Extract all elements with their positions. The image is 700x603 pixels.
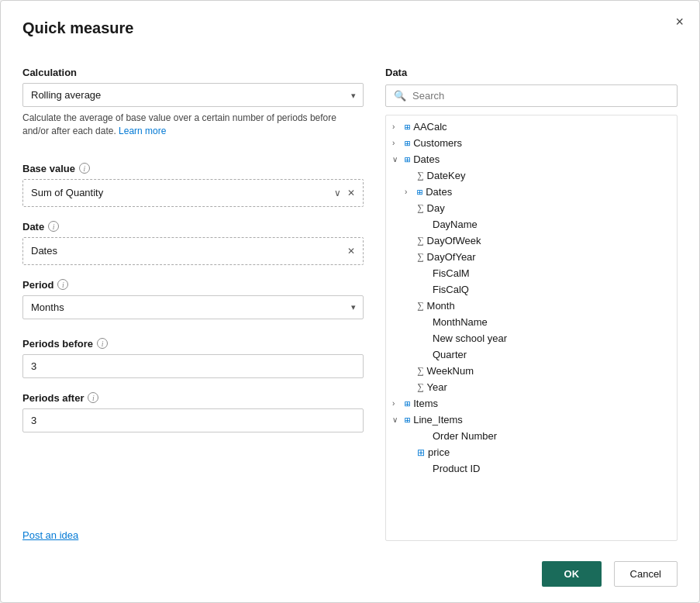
tree-item[interactable]: FisCalQ bbox=[386, 281, 677, 298]
tree-item[interactable]: Order Number bbox=[386, 428, 677, 444]
date-clear-icon[interactable]: ✕ bbox=[347, 246, 355, 257]
table-icon: ⊞ bbox=[405, 398, 410, 409]
tree-item-label: DayName bbox=[433, 219, 478, 230]
sigma-icon: ∑ bbox=[417, 202, 424, 214]
periods-after-section: Periods after i bbox=[22, 392, 364, 432]
tree-item-label: Dates bbox=[426, 186, 452, 198]
base-value-clear-icon[interactable]: ✕ bbox=[347, 188, 355, 198]
period-dropdown[interactable]: Days Weeks Months Quarters Years bbox=[22, 295, 364, 319]
calculation-dropdown[interactable]: Rolling average bbox=[22, 83, 364, 107]
tree-item[interactable]: ›⊞Items bbox=[386, 395, 677, 412]
date-value: Dates bbox=[31, 245, 57, 257]
tree-item-label: Order Number bbox=[433, 430, 497, 442]
base-value-label-row: Base value i bbox=[22, 163, 364, 174]
tree-item[interactable]: Product ID bbox=[386, 460, 677, 477]
date-dropzone[interactable]: Dates ✕ bbox=[22, 237, 364, 265]
periods-before-info-icon: i bbox=[97, 338, 108, 349]
tree-container[interactable]: ›⊞AACalc›⊞Customers∨⊞Dates∑DateKey›⊞Date… bbox=[385, 115, 678, 541]
calculation-section: Calculation Rolling average ▾ Calculate … bbox=[22, 67, 364, 149]
base-value-dropzone[interactable]: Sum of Quantity ∨ ✕ bbox=[22, 179, 364, 207]
date-info-icon: i bbox=[48, 221, 59, 232]
search-icon: 🔍 bbox=[394, 90, 406, 102]
periods-before-input[interactable] bbox=[22, 354, 364, 378]
table-icon: ⊞ bbox=[417, 187, 422, 198]
tree-item[interactable]: ∨⊞Line_Items bbox=[386, 412, 677, 428]
tree-item-label: Day bbox=[427, 202, 445, 214]
tree-item[interactable]: ∑Year bbox=[386, 379, 677, 395]
tree-item[interactable]: New school year bbox=[386, 330, 677, 346]
date-section: Date i Dates ✕ bbox=[22, 221, 364, 265]
periods-after-label: Periods after bbox=[22, 392, 84, 404]
tree-item-label: MonthName bbox=[433, 316, 488, 328]
post-idea-link[interactable]: Post an idea bbox=[22, 515, 78, 541]
data-label: Data bbox=[385, 67, 678, 78]
calc-desc-text: Calculate the average of base value over… bbox=[22, 112, 336, 136]
base-value-value: Sum of Quantity bbox=[31, 187, 103, 198]
calc-icon: ⊞ bbox=[417, 447, 425, 458]
close-button[interactable]: × bbox=[675, 15, 684, 29]
tree-item-label: FisCalM bbox=[433, 267, 470, 279]
tree-item[interactable]: ›⊞Customers bbox=[386, 135, 677, 151]
date-icons: ✕ bbox=[347, 246, 355, 257]
tree-item[interactable]: MonthName bbox=[386, 314, 677, 330]
tree-item-label: Month bbox=[427, 300, 455, 312]
tree-item[interactable]: FisCalM bbox=[386, 265, 677, 281]
ok-button[interactable]: OK bbox=[542, 561, 601, 587]
sigma-icon: ∑ bbox=[417, 381, 424, 393]
tree-item-label: Quarter bbox=[433, 349, 467, 360]
tree-item[interactable]: Quarter bbox=[386, 346, 677, 363]
tree-item[interactable]: ∑DayOfYear bbox=[386, 249, 677, 265]
base-value-info-icon: i bbox=[79, 163, 90, 174]
tree-item[interactable]: ∑DateKey bbox=[386, 167, 677, 184]
right-panel: Data 🔍 ›⊞AACalc›⊞Customers∨⊞Dates∑DateKe… bbox=[385, 67, 678, 541]
table-icon: ⊞ bbox=[405, 122, 410, 133]
sigma-icon: ∑ bbox=[417, 235, 424, 246]
tree-item-label: DateKey bbox=[427, 170, 466, 181]
chevron-right-icon: › bbox=[392, 139, 402, 147]
cancel-button[interactable]: Cancel bbox=[614, 561, 678, 587]
calculation-label: Calculation bbox=[22, 67, 364, 78]
periods-after-info-icon: i bbox=[88, 392, 98, 403]
quick-measure-dialog: Quick measure × Calculation Rolling aver… bbox=[0, 0, 700, 603]
table-icon: ⊞ bbox=[405, 415, 410, 426]
learn-more-link[interactable]: Learn more bbox=[119, 126, 166, 136]
tree-item[interactable]: ›⊞Dates bbox=[386, 184, 677, 200]
periods-after-label-row: Periods after i bbox=[22, 392, 364, 404]
tree-item[interactable]: ⊞price bbox=[386, 444, 677, 460]
date-label: Date bbox=[22, 221, 44, 233]
sigma-icon: ∑ bbox=[417, 251, 424, 263]
tree-item[interactable]: ›⊞AACalc bbox=[386, 119, 677, 135]
tree-item[interactable]: ∑Day bbox=[386, 200, 677, 216]
table-icon: ⊞ bbox=[405, 138, 410, 149]
period-section: Period i Days Weeks Months Quarters Year… bbox=[22, 279, 364, 324]
tree-item-label: WeekNum bbox=[427, 365, 474, 377]
dialog-title: Quick measure bbox=[22, 19, 133, 37]
period-info-icon: i bbox=[57, 279, 68, 290]
tree-item-label: Product ID bbox=[433, 463, 480, 474]
tree-item[interactable]: DayName bbox=[386, 216, 677, 233]
tree-item-label: Items bbox=[413, 398, 438, 409]
tree-item[interactable]: ∑Month bbox=[386, 298, 677, 314]
tree-item-label: Dates bbox=[413, 153, 440, 165]
calculation-dropdown-wrapper: Rolling average ▾ bbox=[22, 83, 364, 107]
base-value-label: Base value bbox=[22, 163, 75, 174]
periods-before-label: Periods before bbox=[22, 338, 93, 350]
periods-before-section: Periods before i bbox=[22, 338, 364, 378]
calculation-description: Calculate the average of base value over… bbox=[22, 112, 364, 138]
base-value-expand-icon[interactable]: ∨ bbox=[334, 188, 341, 198]
footer-buttons: OK Cancel bbox=[542, 561, 678, 587]
tree-item[interactable]: ∑WeekNum bbox=[386, 363, 677, 379]
period-label-row: Period i bbox=[22, 279, 364, 291]
date-label-row: Date i bbox=[22, 221, 364, 233]
tree-item-label: New school year bbox=[433, 333, 507, 344]
tree-item-label: DayOfWeek bbox=[427, 235, 481, 246]
chevron-right-icon: › bbox=[405, 188, 414, 196]
search-input[interactable] bbox=[412, 90, 669, 102]
periods-after-input[interactable] bbox=[22, 408, 364, 432]
chevron-right-icon: › bbox=[392, 399, 402, 408]
tree-item-label: Year bbox=[427, 381, 447, 393]
period-label: Period bbox=[22, 279, 53, 291]
tree-item[interactable]: ∨⊞Dates bbox=[386, 151, 677, 167]
tree-item[interactable]: ∑DayOfWeek bbox=[386, 233, 677, 249]
chevron-down-icon: ∨ bbox=[392, 155, 402, 164]
